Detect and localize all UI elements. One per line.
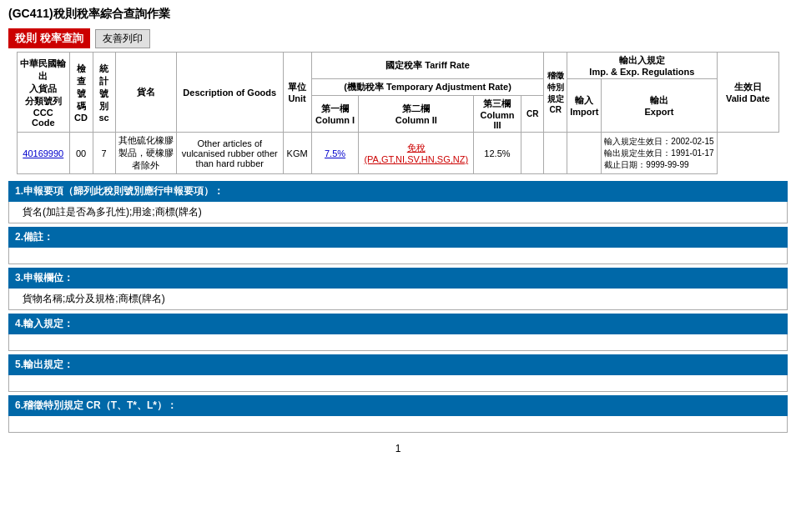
- section-2-header: 2.備註：: [8, 227, 788, 248]
- col3-cell: 12.5%: [474, 133, 521, 174]
- col-col1-header: 第一欄 Column I: [311, 96, 359, 133]
- section-6-header: 6.稽徵特別規定 CR（T、T*、L*）：: [8, 395, 788, 416]
- col-check-header: 檢查號碼 CD: [69, 53, 93, 133]
- col-description-header: Description of Goods: [177, 53, 284, 133]
- col-export-header: 輸出 Export: [602, 79, 717, 133]
- col-cr-sub-header: CR: [521, 96, 544, 133]
- section-3: 3.申報欄位： 貨物名稱;成分及規格;商標(牌名): [0, 268, 796, 310]
- section-4-content: [8, 334, 788, 351]
- col-ccc-code-header: 中華民國輸出 入貨品 分類號列CCC Code: [18, 53, 70, 133]
- desc-cell: Other articles of vulcanised rubber othe…: [177, 133, 284, 174]
- col2-cell[interactable]: 免稅 (PA,GT,NI,SV,HN,SG,NZ): [359, 133, 474, 174]
- unit-cell: KGM: [283, 133, 311, 174]
- col1-rate-link[interactable]: 7.5%: [325, 148, 345, 158]
- section-3-content: 貨物名稱;成分及規格;商標(牌名): [8, 289, 788, 310]
- col-cr-header: 稽徵特別規定 CR: [544, 53, 567, 133]
- section-1-content: 貨名(加註是否為多孔性);用途;商標(牌名): [8, 202, 788, 223]
- tariff-no-link[interactable]: 40169990: [23, 148, 63, 158]
- tariff-no-cell[interactable]: 40169990: [18, 133, 70, 174]
- col2-rate-link[interactable]: 免稅 (PA,GT,NI,SV,HN,SG,NZ): [364, 143, 468, 164]
- check-cell: 00: [69, 133, 93, 174]
- stat-cell: 7: [93, 133, 115, 174]
- section-6: 6.稽徵特別規定 CR（T、T*、L*）：: [0, 395, 796, 433]
- section-4-header: 4.輸入規定：: [8, 314, 788, 334]
- page-title: (GC411)稅則稅率綜合查詢作業: [0, 0, 796, 25]
- col-imp-exp-header: 輸出入規定 Imp. & Exp. Regulations: [567, 53, 717, 79]
- col1-cell[interactable]: 7.5%: [311, 133, 359, 174]
- section-6-content: [8, 416, 788, 433]
- section-5-header: 5.輸出規定：: [8, 354, 788, 375]
- page-number: 1: [0, 436, 796, 461]
- col-unit-header: 單位 Unit: [283, 53, 311, 133]
- col-nat-rate-header: 國定稅率 Tariff Rate: [311, 53, 544, 79]
- section-3-header: 3.申報欄位：: [8, 268, 788, 289]
- col-temp-rate-header: (機動稅率 Temporary Adjustment Rate): [311, 79, 544, 96]
- col-col3-header: 第三欄 Column III: [474, 96, 521, 133]
- cr-cell: [521, 133, 544, 174]
- col-import-header: 輸入 Import: [567, 79, 602, 133]
- col-valid-date-header: 生效日 Valid Date: [717, 53, 778, 133]
- goods-name-cell: 其他硫化橡膠製品，硬橡膠者除外: [115, 133, 176, 174]
- valid-date-cell: 輸入規定生效日：2002-02-15 輸出規定生效日：1991-01-17 截止…: [602, 133, 717, 174]
- import-cell: [544, 133, 567, 174]
- section-2-content: [8, 248, 788, 264]
- col-stat-header: 統計 號別 sc: [93, 53, 115, 133]
- tax-query-button[interactable]: 稅則 稅率查詢: [8, 28, 90, 48]
- section-1-header: 1.申報要項（歸列此稅則號別應行申報要項）：: [8, 181, 788, 202]
- section-1: 1.申報要項（歸列此稅則號別應行申報要項）： 貨名(加註是否為多孔性);用途;商…: [0, 181, 796, 223]
- export-cell: [567, 133, 602, 174]
- toolbar: 稅則 稅率查詢 友善列印: [0, 25, 796, 52]
- print-button[interactable]: 友善列印: [95, 29, 150, 48]
- section-5-content: [8, 375, 788, 392]
- table-row: 40169990 00 7 其他硫化橡膠製品，硬橡膠者除外 Other arti…: [18, 133, 779, 174]
- section-2: 2.備註：: [0, 227, 796, 264]
- col-col2-header: 第二欄 Column II: [359, 96, 474, 133]
- section-4: 4.輸入規定：: [0, 314, 796, 351]
- col-goods-name-header: 貨名: [115, 53, 176, 133]
- section-5: 5.輸出規定：: [0, 354, 796, 392]
- main-table: 中華民國輸出 入貨品 分類號列CCC Code 檢查號碼 CD 統計 號別 sc…: [17, 52, 779, 174]
